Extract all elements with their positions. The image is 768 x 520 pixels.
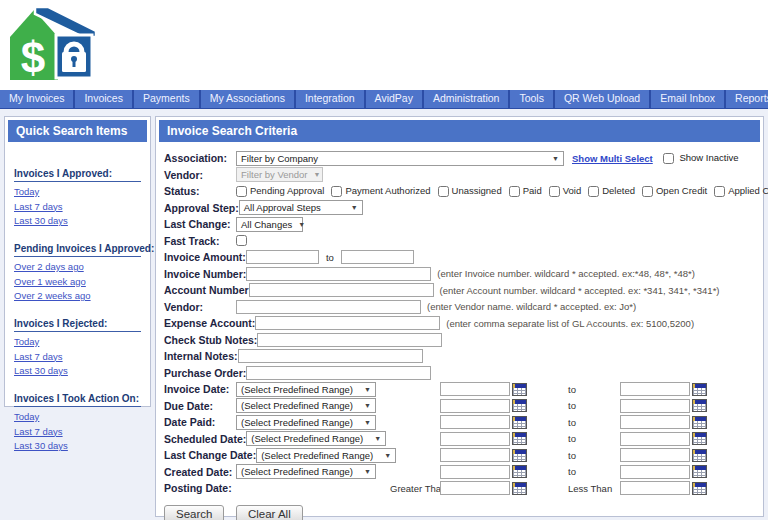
- last-change-date-range-select[interactable]: (Select Predefined Range) ▼: [256, 448, 396, 463]
- nav-tab-payments[interactable]: Payments: [134, 90, 201, 108]
- calendar-icon[interactable]: [512, 465, 527, 478]
- fast-track-checkbox[interactable]: [236, 235, 247, 246]
- status-paid-checkbox[interactable]: [509, 186, 520, 197]
- nav-tab-my-associations[interactable]: My Associations: [201, 90, 296, 108]
- to-label: to: [326, 252, 334, 263]
- posting-date-greater-input[interactable]: [440, 481, 510, 495]
- show-inactive-checkbox[interactable]: [663, 153, 674, 164]
- nav-tab-qr-web-upload[interactable]: QR Web Upload: [555, 90, 651, 108]
- link-approved-today[interactable]: Today: [14, 186, 141, 197]
- calendar-icon[interactable]: [692, 383, 707, 396]
- calendar-icon[interactable]: [692, 416, 707, 429]
- calendar-icon[interactable]: [512, 399, 527, 412]
- association-selected-value: Filter by Company: [241, 153, 318, 164]
- due-date-from-input[interactable]: [440, 399, 510, 413]
- posting-date-less-input[interactable]: [620, 481, 690, 495]
- date-paid-range-select[interactable]: (Select Predefined Range) ▼: [236, 415, 376, 430]
- status-applied-credit-checkbox[interactable]: [714, 186, 725, 197]
- dropdown-arrow-icon: ▼: [364, 468, 371, 475]
- invoice-amount-to-input[interactable]: [341, 250, 414, 264]
- scheduled-date-from-input[interactable]: [440, 432, 510, 446]
- invoice-date-range-select[interactable]: (Select Predefined Range) ▼: [236, 382, 376, 397]
- status-option-label: Payment Authorized: [345, 185, 430, 196]
- date-paid-to-input[interactable]: [620, 415, 690, 429]
- link-rejected-last-7-days[interactable]: Last 7 days: [14, 351, 141, 362]
- created-date-range-select[interactable]: (Select Predefined Range) ▼: [236, 464, 376, 479]
- link-approved-last-7-days[interactable]: Last 7 days: [14, 201, 141, 212]
- nav-tab-my-invoices[interactable]: My Invoices: [0, 90, 75, 108]
- calendar-icon[interactable]: [692, 399, 707, 412]
- last-change-label: Last Change:: [164, 218, 236, 230]
- account-number-label: Account Number: [164, 284, 249, 296]
- content-area: Quick Search Items Invoices I Approved: …: [0, 109, 768, 520]
- calendar-icon[interactable]: [512, 449, 527, 462]
- nav-tab-administration[interactable]: Administration: [424, 90, 511, 108]
- link-action-last-30-days[interactable]: Last 30 days: [14, 440, 141, 451]
- last-change-select[interactable]: All Changes ▼: [236, 217, 303, 232]
- expense-account-input[interactable]: [255, 316, 440, 330]
- purchase-order-input[interactable]: [246, 366, 431, 380]
- link-action-last-7-days[interactable]: Last 7 days: [14, 426, 141, 437]
- less-than-label: Less Than: [568, 483, 612, 494]
- calendar-icon[interactable]: [512, 416, 527, 429]
- check-stub-notes-input[interactable]: [257, 333, 442, 347]
- calendar-icon[interactable]: [512, 432, 527, 445]
- internal-notes-input[interactable]: [238, 349, 423, 363]
- approval-step-select[interactable]: All Approval Steps ▼: [239, 200, 363, 215]
- status-pending-approval-checkbox[interactable]: [236, 186, 247, 197]
- status-void-checkbox[interactable]: [549, 186, 560, 197]
- to-label: to: [568, 466, 576, 477]
- created-date-from-input[interactable]: [440, 465, 510, 479]
- link-rejected-last-30-days[interactable]: Last 30 days: [14, 365, 141, 376]
- due-date-range-select[interactable]: (Select Predefined Range) ▼: [236, 398, 376, 413]
- scheduled-date-to-input[interactable]: [620, 432, 690, 446]
- invoice-search-panel: Invoice Search Criteria Association: Fil…: [155, 116, 764, 517]
- nav-tab-avidpay[interactable]: AvidPay: [366, 90, 424, 108]
- calendar-icon[interactable]: [692, 482, 707, 495]
- section-invoices-rejected: Invoices I Rejected: Today Last 7 days L…: [14, 318, 141, 376]
- vendor-selected-value: Filter by Vendor: [241, 169, 308, 180]
- calendar-icon[interactable]: [692, 465, 707, 478]
- link-pending-over-2-days[interactable]: Over 2 days ago: [14, 261, 141, 272]
- scheduled-date-range-select[interactable]: (Select Predefined Range) ▼: [246, 431, 386, 446]
- nav-tab-email-inbox[interactable]: Email Inbox: [651, 90, 726, 108]
- last-change-date-from-input[interactable]: [440, 448, 510, 462]
- calendar-icon[interactable]: [692, 432, 707, 445]
- dropdown-arrow-icon: ▼: [374, 435, 381, 442]
- link-rejected-today[interactable]: Today: [14, 336, 141, 347]
- link-pending-over-1-week[interactable]: Over 1 week ago: [14, 276, 141, 287]
- calendar-icon[interactable]: [512, 482, 527, 495]
- invoice-number-input[interactable]: [246, 267, 431, 281]
- invoice-date-from-input[interactable]: [440, 382, 510, 396]
- last-change-date-to-input[interactable]: [620, 448, 690, 462]
- show-multi-select-link[interactable]: Show Multi Select: [572, 153, 653, 164]
- clear-all-button[interactable]: Clear All: [236, 505, 303, 520]
- invoice-date-to-input[interactable]: [620, 382, 690, 396]
- nav-tab-reports[interactable]: Reports: [726, 90, 768, 108]
- date-paid-from-input[interactable]: [440, 415, 510, 429]
- calendar-icon[interactable]: [692, 449, 707, 462]
- account-number-input[interactable]: [249, 283, 434, 297]
- link-action-today[interactable]: Today: [14, 411, 141, 422]
- nav-tab-integration[interactable]: Integration: [296, 90, 366, 108]
- invoice-amount-from-input[interactable]: [246, 250, 319, 264]
- created-date-to-input[interactable]: [620, 465, 690, 479]
- link-approved-last-30-days[interactable]: Last 30 days: [14, 215, 141, 226]
- calendar-icon[interactable]: [512, 383, 527, 396]
- status-open-credit-checkbox[interactable]: [642, 186, 653, 197]
- status-deleted-checkbox[interactable]: [588, 186, 599, 197]
- nav-tab-tools[interactable]: Tools: [510, 90, 555, 108]
- app-logo-house-dollar-lock-icon: $: [8, 4, 104, 86]
- approval-step-label: Approval Step:: [164, 202, 239, 214]
- status-payment-authorized-checkbox[interactable]: [331, 186, 342, 197]
- nav-tab-invoices[interactable]: Invoices: [75, 90, 134, 108]
- section-heading: Invoices I Approved:: [14, 168, 141, 182]
- status-unassigned-checkbox[interactable]: [438, 186, 449, 197]
- due-date-to-input[interactable]: [620, 399, 690, 413]
- status-option-label: Deleted: [602, 185, 635, 196]
- vendor-filter-select[interactable]: Filter by Vendor ▼: [236, 167, 323, 182]
- search-button[interactable]: Search: [164, 505, 224, 520]
- vendor-name-input[interactable]: [236, 300, 421, 314]
- association-select[interactable]: Filter by Company ▼: [236, 151, 564, 166]
- link-pending-over-2-weeks[interactable]: Over 2 weeks ago: [14, 290, 141, 301]
